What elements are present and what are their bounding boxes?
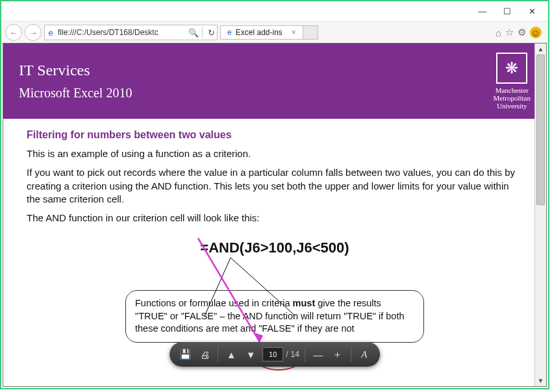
- banner-title: IT Services: [19, 62, 132, 79]
- toolbar-divider: [218, 347, 218, 362]
- home-icon[interactable]: ⌂: [496, 27, 501, 38]
- arrow-left-icon: ←: [10, 28, 18, 38]
- scroll-track[interactable]: [535, 55, 546, 375]
- scroll-thumb[interactable]: [536, 55, 545, 205]
- tab-excel-addins[interactable]: e Excel add-ins ×: [220, 25, 303, 40]
- window-minimize-button[interactable]: —: [470, 3, 495, 19]
- ie-page-icon: e: [227, 28, 232, 37]
- tab-label: Excel add-ins: [236, 28, 282, 37]
- uni-name-1: Manchester: [494, 86, 531, 94]
- back-button[interactable]: ←: [5, 24, 22, 41]
- university-logo-block: ❋ Manchester Metropolitan University: [494, 53, 531, 110]
- doc-banner: IT Services Microsoft Excel 2010 ❋ Manch…: [3, 43, 546, 119]
- note-text-before: Functions or formulae used in criteria: [135, 298, 293, 308]
- separator: [202, 27, 203, 38]
- page-up-icon[interactable]: ▲: [223, 347, 239, 362]
- page-indicator: / 14: [262, 347, 299, 361]
- paragraph-2: If you want to pick out records where th…: [27, 166, 523, 206]
- browser-window: — ☐ ✕ ← → e file:///C:/Users/DT168/Deskt…: [0, 0, 549, 389]
- window-titlebar: — ☐ ✕: [1, 1, 548, 21]
- address-bar[interactable]: e file:///C:/Users/DT168/Desktc 🔍 ↻: [44, 25, 218, 40]
- toolbar-divider: [305, 347, 305, 362]
- doc-body: Filtering for numbers between two values…: [3, 119, 546, 352]
- note-must: must: [293, 298, 316, 308]
- uni-name-2: Metropolitan: [494, 94, 531, 102]
- tab-close-icon[interactable]: ×: [292, 28, 296, 37]
- pdf-viewer: IT Services Microsoft Excel 2010 ❋ Manch…: [3, 43, 547, 387]
- paragraph-1: This is an example of using a function a…: [27, 147, 523, 161]
- save-icon[interactable]: 💾: [177, 347, 193, 362]
- uni-name-3: University: [494, 102, 531, 110]
- page-down-icon[interactable]: ▼: [243, 347, 258, 362]
- reload-icon[interactable]: ↻: [205, 28, 217, 38]
- ie-icon: e: [45, 28, 56, 38]
- formula-text: =AND(J6>100,J6<500): [27, 238, 523, 258]
- vertical-scrollbar[interactable]: ▲ ▼: [534, 43, 546, 386]
- section-heading: Filtering for numbers between two values: [27, 128, 523, 142]
- paragraph-3: The AND function in our criterion cell w…: [27, 212, 523, 225]
- zoom-in-icon[interactable]: ＋: [330, 347, 345, 362]
- adobe-icon[interactable]: A: [357, 347, 372, 362]
- page-sep: /: [286, 350, 288, 359]
- feedback-smiley-icon[interactable]: ☺: [530, 27, 542, 38]
- tab-strip: e Excel add-ins ×: [220, 25, 318, 40]
- forward-button[interactable]: →: [25, 24, 42, 41]
- total-pages: 14: [290, 350, 299, 359]
- favorites-icon[interactable]: ☆: [505, 27, 514, 38]
- search-icon[interactable]: 🔍: [188, 28, 199, 38]
- new-tab-button[interactable]: [303, 25, 318, 40]
- note-box: Functions or formulae used in criteria m…: [125, 290, 424, 343]
- scroll-up-icon[interactable]: ▲: [535, 43, 546, 55]
- arrow-right-icon: →: [29, 28, 38, 38]
- url-text: file:///C:/Users/DT168/Desktc: [56, 28, 188, 37]
- scroll-down-icon[interactable]: ▼: [535, 375, 546, 386]
- window-maximize-button[interactable]: ☐: [495, 3, 520, 19]
- print-icon[interactable]: 🖨: [197, 347, 212, 362]
- window-close-button[interactable]: ✕: [520, 3, 544, 19]
- settings-gear-icon[interactable]: ⚙: [518, 27, 526, 38]
- browser-navbar: ← → e file:///C:/Users/DT168/Desktc 🔍 ↻ …: [1, 21, 548, 44]
- university-logo-icon: ❋: [496, 53, 527, 84]
- pdf-toolbar: 💾 🖨 ▲ ▼ / 14 — ＋ A: [169, 342, 380, 367]
- current-page-input[interactable]: [262, 347, 283, 361]
- banner-subtitle: Microsoft Excel 2010: [19, 86, 132, 101]
- zoom-out-icon[interactable]: —: [310, 347, 326, 362]
- toolbar-divider: [351, 347, 351, 362]
- toolbar-right: ⌂ ☆ ⚙ ☺: [496, 27, 544, 38]
